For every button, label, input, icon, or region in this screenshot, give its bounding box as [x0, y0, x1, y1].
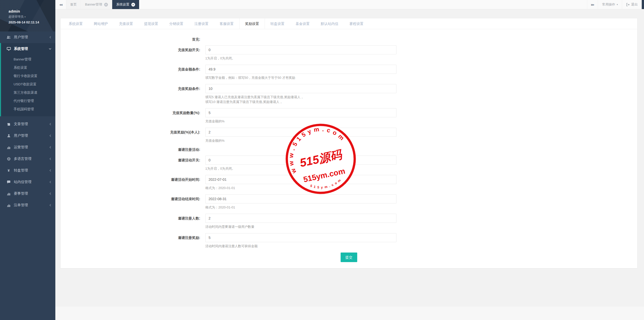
scroll-tabs-left-button[interactable]: ◀◀ — [55, 0, 66, 9]
field-hint: 活动时间内邀请注册人数可获得金额 — [205, 244, 396, 248]
field-hint: 格式为：2020-01-01 — [205, 205, 396, 210]
bar-chart-icon — [7, 146, 11, 149]
sidebar-item-user-management[interactable]: 用户管理 — [0, 31, 55, 43]
section-label: 邀请注册活动: — [61, 147, 205, 152]
top-tab-label: Banner管理 — [85, 2, 102, 7]
top-tab-bar: ◀◀ 首页 Banner管理 ✕ 系统设置 ✕ ▶▶ 常用操作 ▾ 退出 — [55, 0, 644, 9]
recharge-amount-condition-input[interactable] — [205, 65, 396, 74]
form-item-invite-start-time: 邀请活动开始时间: 格式为：2020-01-01 — [61, 175, 637, 190]
top-tab-system-settings[interactable]: 系统设置 ✕ — [112, 0, 139, 9]
form-item-recharge-reward-percent: 充值奖励数量(%): 充值金额的% — [61, 108, 637, 124]
tab-reward[interactable]: 奖励设置 — [239, 18, 265, 29]
tab-fund[interactable]: 基金设置 — [290, 18, 315, 29]
sidebar-subitem-usdt[interactable]: USDT收款设置 — [1, 80, 55, 88]
recharge-reward-condition-input[interactable] — [205, 84, 396, 93]
sidebar-item-label: 用户管理 — [14, 35, 28, 40]
logout-label: 退出 — [631, 2, 638, 7]
users-icon — [7, 35, 11, 39]
sidebar-item-bet-orders[interactable]: 注单管理 — [0, 199, 55, 211]
form-item-invite-register-count: 邀请注册人数: 活动时间内需要邀请一级用户数量 — [61, 214, 637, 229]
sidebar-submenu: Banner管理 系统设置 银行卡收款设置 USDT收款设置 第三方收款渠道 代… — [1, 55, 55, 116]
sidebar-item-system-management[interactable]: 系统管理 — [1, 43, 55, 55]
form-item-recharge-reward-percent-self: 充值奖励(%)(本人): 充值金额的% — [61, 128, 637, 143]
top-tab-home[interactable]: 首页 — [66, 0, 81, 9]
invite-start-time-input[interactable] — [205, 175, 396, 184]
scroll-tabs-right-button[interactable]: ▶▶ — [587, 0, 598, 9]
sidebar-subitem-banner[interactable]: Banner管理 — [1, 55, 55, 63]
submit-button[interactable]: 提交 — [341, 253, 357, 262]
main-content: 系统设置 网站维护 充值设置 提现设置 分销设置 注册设置 客服设置 奖励设置 … — [55, 9, 644, 320]
chevron-left-icon — [49, 181, 51, 183]
tab-schedule[interactable]: 赛程设置 — [344, 18, 369, 29]
chevron-left-icon — [49, 204, 51, 206]
comment-icon — [7, 180, 11, 184]
tab-wheel[interactable]: 转盘设置 — [265, 18, 290, 29]
field-label: 充值奖励开关: — [61, 45, 205, 61]
chevron-left-icon — [49, 134, 51, 137]
tab-distribution[interactable]: 分销设置 — [164, 18, 189, 29]
bar-chart-icon — [7, 192, 11, 196]
sidebar-item-languages[interactable]: 多语言管理 — [0, 153, 55, 165]
form-item-recharge-reward-condition: 充值奖励条件: 填写5 邀请人已充值及邀请注册为直属下级且下级充值,奖励邀请人，… — [61, 84, 637, 104]
field-label: 充值金额条件: — [61, 65, 205, 80]
form-section-invite-register: 邀请注册活动: — [61, 147, 637, 152]
topbar-corner-strip — [642, 0, 644, 9]
field-hint: 1为开启，0为关闭。 — [205, 166, 396, 171]
recharge-reward-percent-self-input[interactable] — [205, 128, 396, 137]
sidebar-group-system-management: 系统管理 Banner管理 系统设置 银行卡收款设置 USDT收款设置 第三方收… — [0, 43, 55, 116]
common-actions-dropdown[interactable]: 常用操作 ▾ — [598, 0, 622, 9]
invite-activity-switch-input[interactable] — [205, 156, 396, 165]
recharge-reward-switch-input[interactable] — [205, 45, 396, 54]
sidebar-item-label: 运营管理 — [14, 145, 28, 150]
form-item-invite-register-reward: 邀请注册奖励: 活动时间内邀请注册人数可获得金额 — [61, 233, 637, 248]
tab-customer-service[interactable]: 客服设置 — [214, 18, 239, 29]
sidebar-item-label: 多语言管理 — [14, 157, 31, 161]
invite-register-reward-input[interactable] — [205, 233, 396, 242]
tab-withdraw[interactable]: 提现设置 — [139, 18, 164, 29]
user-role-dropdown[interactable]: 超级管理员 ▾ — [9, 15, 55, 19]
field-hint: 填写5 邀请人已充值及邀请注册为直属下级且下级充值,奖励邀请人， — [205, 95, 396, 99]
sidebar-subitem-system-settings[interactable]: 系统设置 — [1, 63, 55, 72]
tab-maintenance[interactable]: 网站维护 — [88, 18, 113, 29]
invite-end-time-input[interactable] — [205, 194, 396, 203]
field-label: 邀请活动结束时间: — [61, 194, 205, 210]
tab-system[interactable]: 系统设置 — [63, 18, 88, 29]
caret-down-icon: ▾ — [617, 3, 618, 6]
sidebar-subitem-phone-code[interactable]: 手机国码管理 — [1, 105, 55, 113]
yen-icon: ¥ — [7, 169, 11, 172]
logout-button[interactable]: 退出 — [622, 0, 642, 9]
chevron-left-icon — [49, 169, 51, 172]
close-tab-icon[interactable]: ✕ — [131, 3, 135, 7]
field-label: 邀请活动开关: — [61, 156, 205, 171]
topbar-actions: ▶▶ 常用操作 ▾ 退出 — [587, 0, 644, 9]
tab-register[interactable]: 注册设置 — [189, 18, 214, 29]
chevron-down-icon — [49, 48, 51, 50]
sidebar-item-users[interactable]: 用户管理 — [0, 130, 55, 141]
sidebar-item-articles[interactable]: 文章管理 — [0, 118, 55, 130]
tab-default-mail[interactable]: 默认站内信 — [315, 18, 344, 29]
sidebar-item-site-messages[interactable]: 站内信管理 — [0, 176, 55, 188]
sidebar-item-label: 文章管理 — [14, 122, 28, 126]
sidebar-subitem-bank-card[interactable]: 银行卡收款设置 — [1, 72, 55, 80]
field-hint: 充值金额的% — [205, 138, 396, 143]
sidebar-item-operations[interactable]: 运营管理 — [0, 141, 55, 153]
sidebar-subitem-payout-bank[interactable]: 代付银行管理 — [1, 97, 55, 105]
recharge-reward-percent-input[interactable] — [205, 108, 396, 117]
globe-icon — [7, 157, 11, 161]
sidebar-item-wheel[interactable]: ¥ 转盘管理 — [0, 165, 55, 176]
top-tab-label: 系统设置 — [116, 2, 129, 7]
field-hint: 填写10 邀请注册为直属下级且下级充值,奖励邀请人， — [205, 99, 396, 104]
sidebar-subitem-third-party[interactable]: 第三方收款渠道 — [1, 88, 55, 97]
bar-chart-icon — [7, 203, 11, 207]
invite-register-count-input[interactable] — [205, 214, 396, 223]
form-item-invite-end-time: 邀请活动结束时间: 格式为：2020-01-01 — [61, 194, 637, 210]
reward-settings-form: 首充: 充值奖励开关: 1为开启，0为关闭。 充值金额条件: 填写数字金额，例如… — [61, 29, 637, 268]
tab-recharge[interactable]: 充值设置 — [113, 18, 139, 29]
close-tab-icon[interactable]: ✕ — [104, 3, 108, 7]
book-icon — [7, 122, 11, 126]
chevron-left-icon — [49, 123, 51, 125]
sidebar-item-matches[interactable]: 赛事管理 — [0, 188, 55, 199]
footer-bar — [55, 306, 644, 320]
chevron-left-icon — [49, 192, 51, 195]
top-tab-banner[interactable]: Banner管理 ✕ — [81, 0, 112, 9]
